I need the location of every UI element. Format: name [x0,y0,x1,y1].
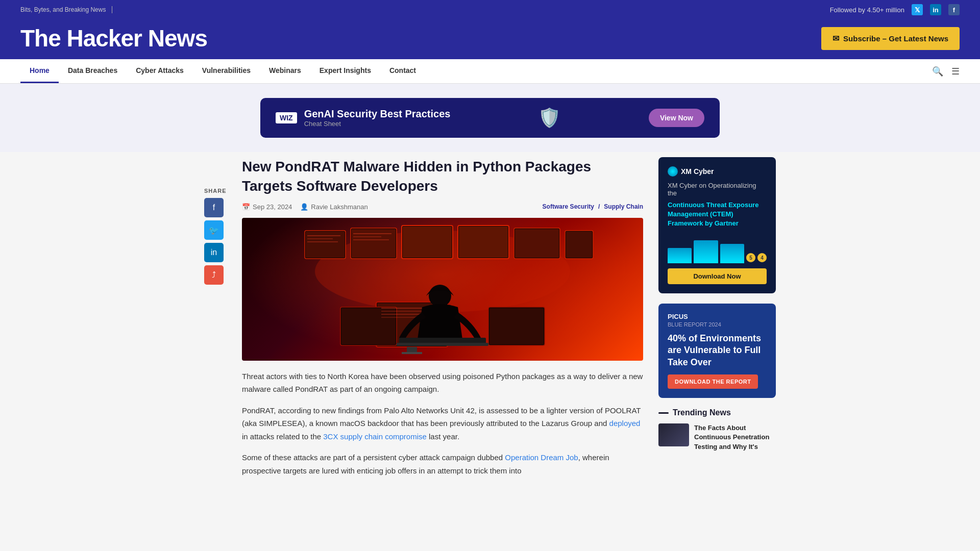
envelope-icon: ✉ [832,34,839,43]
twitter-share-icon: 🐦 [209,226,219,235]
facebook-icon[interactable]: f [948,4,960,15]
article-author: 👤 Ravie Lakshmanan [300,203,368,211]
wiz-ad-banner: WIZ GenAI Security Best Practices Cheat … [260,98,720,138]
picus-heading: 40% of Environments are Vulnerable to Fu… [668,333,767,368]
article-tags: Software Security / Supply Chain [543,203,643,210]
svg-rect-24 [341,308,396,344]
article-para-2: PondRAT, according to new findings from … [242,404,643,443]
svg-rect-33 [397,343,488,346]
xm-logo: XM Cyber [668,166,767,177]
linkedin-icon[interactable]: in [930,4,941,15]
linkedin-share-icon: in [211,248,217,257]
ad-text: GenAI Security Best Practices Cheat Shee… [304,108,451,128]
3cx-link[interactable]: 3CX supply chain compromise [323,432,427,441]
search-icon[interactable]: 🔍 [932,66,943,77]
trending-title: Trending News [673,408,731,417]
share-other-icon: ⤴ [212,270,216,280]
trending-text-1: The Facts About Continuous Penetration T… [694,423,776,452]
trending-item-1[interactable]: The Facts About Continuous Penetration T… [658,423,776,452]
article-hero-image [242,218,643,361]
tag-software-security[interactable]: Software Security [543,203,594,210]
nav-links: Home Data Breaches Cyber Attacks Vulnera… [20,59,425,83]
nav-expert-insights[interactable]: Expert Insights [310,59,380,83]
tag-separator: / [598,203,600,210]
svg-rect-10 [515,229,559,258]
xm-bar-3 [720,244,744,263]
svg-rect-12 [566,232,592,258]
nav-vulnerabilities[interactable]: Vulnerabilities [193,59,260,83]
social-bar: Followed by 4.50+ million 𝕏 in f [830,4,960,15]
xm-labels: 5 [746,253,755,263]
calendar-icon: 📅 [242,203,250,211]
header-main: The Hacker News ✉ Subscribe – Get Latest… [0,19,980,59]
article-para-3: Some of these attacks are part of a pers… [242,451,643,477]
article-meta: 📅 Sep 23, 2024 👤 Ravie Lakshmanan Softwa… [242,203,643,211]
facebook-share-icon: f [213,203,215,212]
xm-highlight: Continuous Threat Exposure Management (C… [668,201,758,227]
share-sidebar: SHARE f 🐦 in ⤴ [204,157,227,485]
picus-download-button[interactable]: DOWNLOAD THE REPORT [668,374,758,389]
wiz-logo: WIZ [276,112,297,123]
followers-count: Followed by 4.50+ million [830,6,904,14]
share-label: SHARE [204,188,227,194]
svg-rect-8 [459,227,508,258]
meta-left: 📅 Sep 23, 2024 👤 Ravie Lakshmanan [242,203,368,211]
article-body: Threat actors with ties to North Korea h… [242,370,643,478]
trending-dash [658,412,669,414]
nav-icon-group: 🔍 ☰ [932,66,960,77]
picus-sub: BLUE REPORT 2024 [668,321,767,328]
author-icon: 👤 [300,203,308,211]
picus-logo: PICUS [668,313,767,320]
trending-header: Trending News [658,408,776,417]
xm-logo-text: XM Cyber [681,167,714,176]
article-content: New PondRAT Malware Hidden in Python Pac… [242,157,643,485]
svg-rect-26 [489,308,544,344]
xm-labels-2: 4 [757,253,767,263]
xm-bar-2 [694,240,718,263]
xm-logo-icon [668,166,678,177]
deployed-link[interactable]: deployed [609,419,641,428]
article-sidebar: XM Cyber XM Cyber on Operationalizing th… [658,157,776,485]
nav-cyber-attacks[interactable]: Cyber Attacks [127,59,193,83]
share-linkedin-button[interactable]: in [204,243,224,262]
shield-ai-icon: 🛡️ [538,107,561,129]
svg-rect-22 [402,352,422,354]
ad-cta-button[interactable]: View Now [649,109,704,127]
ad-subtitle: Cheat Sheet [304,120,451,128]
nav-webinars[interactable]: Webinars [260,59,310,83]
hacker-scene-svg [289,220,596,358]
xm-bar-1 [668,248,692,263]
article-date: 📅 Sep 23, 2024 [242,203,292,211]
article-title: New PondRAT Malware Hidden in Python Pac… [242,157,643,196]
ad-banner-left: WIZ GenAI Security Best Practices Cheat … [276,108,450,128]
xm-download-button[interactable]: Download Now [668,268,767,284]
xm-heading: XM Cyber on Operationalizing the [668,182,767,197]
subscribe-label: Subscribe – Get Latest News [843,34,948,43]
header-top-bar: Bits, Bytes, and Breaking News Followed … [0,0,980,19]
article-para-1: Threat actors with ties to North Korea h… [242,370,643,396]
svg-rect-4 [352,229,396,258]
trending-thumb-1 [658,423,689,446]
trending-section: Trending News The Facts About Continuous… [658,408,776,452]
operation-dream-job-link[interactable]: Operation Dream Job [505,453,578,462]
picus-ad: PICUS BLUE REPORT 2024 40% of Environmen… [658,304,776,398]
share-facebook-button[interactable]: f [204,198,224,217]
site-title[interactable]: The Hacker News [20,24,207,52]
share-other-button[interactable]: ⤴ [204,265,224,285]
twitter-icon[interactable]: 𝕏 [912,4,923,15]
navigation-bar: Home Data Breaches Cyber Attacks Vulnera… [0,59,980,84]
nav-data-breaches[interactable]: Data Breaches [59,59,127,83]
nav-home[interactable]: Home [20,59,59,83]
svg-rect-6 [403,227,452,258]
menu-icon[interactable]: ☰ [951,66,960,77]
subscribe-button[interactable]: ✉ Subscribe – Get Latest News [821,27,960,50]
xm-label-4: 4 [757,253,767,262]
share-twitter-button[interactable]: 🐦 [204,220,224,240]
xm-label-5: 5 [746,253,755,262]
tag-supply-chain[interactable]: Supply Chain [604,203,643,210]
nav-contact[interactable]: Contact [380,59,425,83]
xm-cyber-ad: XM Cyber XM Cyber on Operationalizing th… [658,157,776,293]
header-tagline: Bits, Bytes, and Breaking News [20,6,112,13]
ad-title: GenAI Security Best Practices [304,108,451,120]
image-overlay [242,218,643,361]
